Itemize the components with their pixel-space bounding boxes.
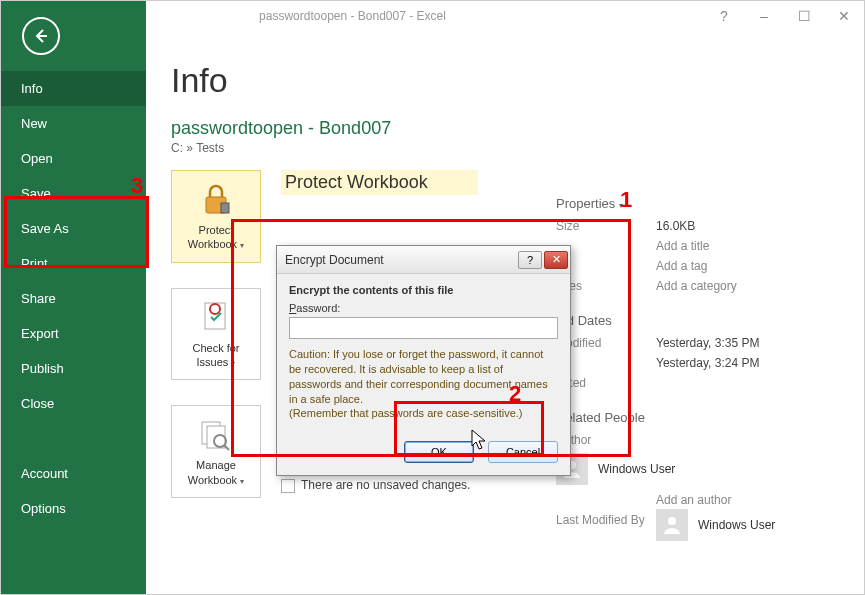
help-icon[interactable]: ? bbox=[704, 1, 744, 31]
sidebar-item-print[interactable]: Print bbox=[1, 246, 146, 281]
sidebar-item-account[interactable]: Account bbox=[1, 456, 146, 491]
properties-header[interactable]: Properties ▾ bbox=[556, 196, 846, 211]
document-path: C: » Tests bbox=[171, 141, 839, 155]
protect-section-title: Protect Workbook bbox=[281, 170, 478, 195]
prop-categories-value[interactable]: Add a category bbox=[656, 279, 846, 293]
encrypt-document-dialog: Encrypt Document ? ✕ Encrypt the content… bbox=[276, 245, 571, 476]
sidebar-item-save-as[interactable]: Save As bbox=[1, 211, 146, 246]
author-row[interactable]: Windows User bbox=[556, 453, 846, 485]
dialog-help-icon[interactable]: ? bbox=[518, 251, 542, 269]
prop-size-label: Size bbox=[556, 219, 656, 233]
manage-label: Manage Workbook bbox=[188, 459, 237, 485]
modified-by-name: Windows User bbox=[698, 518, 775, 532]
user-avatar-icon bbox=[656, 509, 688, 541]
properties-panel: Properties ▾ Size16.0KB Add a title Add … bbox=[556, 196, 846, 561]
sidebar-item-info[interactable]: Info bbox=[1, 71, 146, 106]
minimize-icon[interactable]: – bbox=[744, 1, 784, 31]
sidebar-item-close[interactable]: Close bbox=[1, 386, 146, 421]
maximize-icon[interactable]: ☐ bbox=[784, 1, 824, 31]
prop-tags-value[interactable]: Add a tag bbox=[656, 259, 846, 273]
prop-size-value: 16.0KB bbox=[656, 219, 846, 233]
sidebar-item-share[interactable]: Share bbox=[1, 281, 146, 316]
sidebar-item-export[interactable]: Export bbox=[1, 316, 146, 351]
inspect-icon bbox=[198, 299, 234, 335]
prop-modified-value: Yesterday, 3:35 PM bbox=[656, 336, 846, 350]
dialog-title-bar[interactable]: Encrypt Document ? ✕ bbox=[277, 246, 570, 274]
related-people-header: Related People bbox=[556, 410, 846, 425]
prop-printed-label: rinted bbox=[556, 376, 656, 390]
sidebar-item-open[interactable]: Open bbox=[1, 141, 146, 176]
chevron-down-icon: ▾ bbox=[240, 241, 244, 250]
annotation-label-2: 2 bbox=[509, 381, 521, 407]
document-title: passwordtoopen - Bond007 bbox=[171, 118, 839, 139]
svg-point-8 bbox=[668, 517, 676, 525]
password-label: Password: bbox=[289, 302, 558, 314]
versions-icon bbox=[198, 416, 234, 452]
check-issues-button[interactable]: Check for Issues ▾ bbox=[171, 288, 261, 381]
prop-modified-label: Modified bbox=[556, 336, 656, 350]
annotation-label-1: 1 bbox=[620, 187, 632, 213]
dialog-subtitle: Encrypt the contents of this file bbox=[289, 284, 558, 296]
backstage-sidebar: Info New Open Save Save As Print Share E… bbox=[1, 1, 146, 595]
prop-title-value[interactable]: Add a title bbox=[656, 239, 846, 253]
page-title: Info bbox=[171, 61, 839, 100]
author-label: Author bbox=[556, 433, 656, 447]
related-dates-header: ted Dates bbox=[556, 313, 846, 328]
protect-label: Protect Workbook bbox=[188, 224, 237, 250]
svg-rect-2 bbox=[205, 303, 225, 329]
prop-categories-label: ories bbox=[556, 279, 656, 293]
ok-button[interactable]: OK bbox=[404, 441, 474, 463]
prop-created-value: Yesterday, 3:24 PM bbox=[656, 356, 846, 370]
svg-rect-1 bbox=[221, 203, 229, 213]
manage-workbook-button[interactable]: Manage Workbook ▾ bbox=[171, 405, 261, 498]
dialog-close-icon[interactable]: ✕ bbox=[544, 251, 568, 269]
chevron-down-icon: ▾ bbox=[231, 359, 235, 368]
cancel-button[interactable]: Cancel bbox=[488, 441, 558, 463]
document-icon bbox=[281, 479, 295, 493]
no-changes-text: There are no unsaved changes. bbox=[301, 478, 470, 492]
sidebar-item-save[interactable]: Save bbox=[1, 176, 146, 211]
lock-icon bbox=[198, 181, 234, 217]
author-name: Windows User bbox=[598, 462, 675, 476]
close-icon[interactable]: ✕ bbox=[824, 1, 864, 31]
modified-by-row[interactable]: Windows User bbox=[656, 509, 846, 541]
back-button[interactable] bbox=[1, 1, 81, 71]
annotation-label-3: 3 bbox=[131, 173, 143, 199]
sidebar-item-new[interactable]: New bbox=[1, 106, 146, 141]
sidebar-item-publish[interactable]: Publish bbox=[1, 351, 146, 386]
prop-created-label: ed bbox=[556, 356, 656, 370]
last-modified-by-label: Last Modified By bbox=[556, 513, 656, 527]
back-arrow-icon bbox=[22, 17, 60, 55]
add-author[interactable]: Add an author bbox=[656, 493, 846, 507]
dialog-title: Encrypt Document bbox=[285, 253, 516, 267]
chevron-down-icon: ▾ bbox=[240, 477, 244, 486]
password-input[interactable] bbox=[289, 317, 558, 339]
protect-workbook-button[interactable]: Protect Workbook ▾ bbox=[171, 170, 261, 263]
sidebar-item-options[interactable]: Options bbox=[1, 491, 146, 526]
